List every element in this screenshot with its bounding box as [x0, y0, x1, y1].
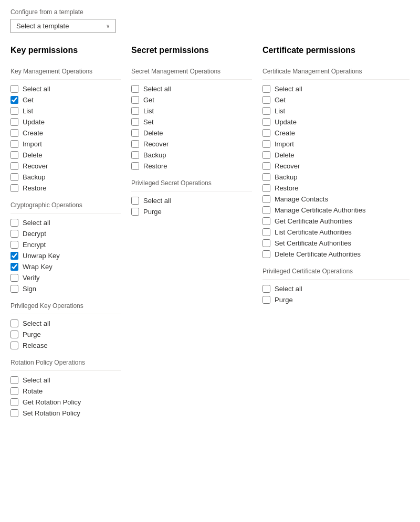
- key-mgmt-update-label: Update: [23, 118, 45, 126]
- secret-mgmt-recover-label: Recover: [143, 140, 169, 148]
- rotation-rotate-checkbox[interactable]: [10, 387, 18, 395]
- priv-secret-selectall-checkbox[interactable]: [131, 197, 139, 205]
- key-mgmt-recover-checkbox[interactable]: [10, 162, 18, 170]
- cert-mgmt-selectall-checkbox[interactable]: [262, 85, 270, 93]
- cert-mgmt-restore-checkbox[interactable]: [262, 184, 270, 192]
- cert-mgmt-list-item: List: [262, 107, 410, 115]
- priv-key-purge-label: Purge: [23, 331, 41, 338]
- crypto-unwrapkey-label: Unwrap Key: [23, 252, 60, 260]
- secret-mgmt-get-checkbox[interactable]: [131, 96, 139, 104]
- crypto-encrypt-label: Encrypt: [23, 241, 46, 249]
- secret-mgmt-recover-checkbox[interactable]: [131, 140, 139, 148]
- cert-mgmt-managecertauth-label: Manage Certificate Authorities: [275, 206, 365, 214]
- crypto-unwrapkey-checkbox[interactable]: [10, 252, 18, 260]
- cert-mgmt-selectall-item: Select all: [262, 85, 410, 93]
- key-mgmt-import-checkbox[interactable]: [10, 140, 18, 148]
- secret-mgmt-title: Secret Management Operations: [131, 68, 252, 75]
- key-mgmt-get-checkbox[interactable]: [10, 96, 18, 104]
- cert-mgmt-delete-checkbox[interactable]: [262, 151, 270, 159]
- secret-mgmt-delete-label: Delete: [143, 129, 163, 137]
- crypto-selectall-checkbox[interactable]: [10, 219, 18, 227]
- crypto-decrypt-checkbox[interactable]: [10, 230, 18, 238]
- cert-mgmt-import-checkbox[interactable]: [262, 140, 270, 148]
- secret-mgmt-list-item: List: [131, 107, 252, 115]
- cert-mgmt-managecertauth-item: Manage Certificate Authorities: [262, 206, 410, 214]
- key-mgmt-recover-item: Recover: [10, 162, 121, 170]
- key-mgmt-get-item: Get: [10, 96, 121, 104]
- cert-mgmt-deletecertauth-item: Delete Certificate Authorities: [262, 250, 410, 258]
- cert-mgmt-delete-label: Delete: [275, 151, 295, 159]
- key-mgmt-restore-checkbox[interactable]: [10, 184, 18, 192]
- priv-cert-purge-item: Purge: [262, 296, 410, 304]
- chevron-down-icon: ∨: [106, 23, 110, 29]
- priv-cert-purge-checkbox[interactable]: [262, 296, 270, 304]
- cert-mgmt-get-checkbox[interactable]: [262, 96, 270, 104]
- key-mgmt-create-checkbox[interactable]: [10, 129, 18, 137]
- rotation-setpolicy-checkbox[interactable]: [10, 409, 18, 417]
- key-mgmt-delete-checkbox[interactable]: [10, 151, 18, 159]
- key-permissions-column: Key permissions Key Management Operation…: [10, 46, 121, 427]
- key-mgmt-section: Key Management Operations Select all Get…: [10, 68, 121, 192]
- crypto-wrapkey-item: Wrap Key: [10, 263, 121, 271]
- cert-mgmt-managecontacts-label: Manage Contacts: [275, 195, 328, 203]
- secret-mgmt-get-label: Get: [143, 96, 154, 104]
- crypto-verify-item: Verify: [10, 274, 121, 282]
- key-mgmt-backup-checkbox[interactable]: [10, 173, 18, 181]
- secret-mgmt-delete-checkbox[interactable]: [131, 129, 139, 137]
- priv-secret-purge-checkbox[interactable]: [131, 208, 139, 216]
- key-mgmt-create-label: Create: [23, 129, 43, 137]
- rotation-getpolicy-label: Get Rotation Policy: [23, 398, 81, 406]
- rotation-selectall-checkbox[interactable]: [10, 376, 18, 384]
- secret-mgmt-restore-checkbox[interactable]: [131, 162, 139, 170]
- key-mgmt-update-checkbox[interactable]: [10, 118, 18, 126]
- cert-mgmt-managecontacts-checkbox[interactable]: [262, 195, 270, 203]
- priv-key-purge-item: Purge: [10, 331, 121, 338]
- priv-key-ops-title: Privileged Key Operations: [10, 302, 121, 310]
- priv-key-release-checkbox[interactable]: [10, 342, 18, 349]
- cert-mgmt-update-item: Update: [262, 118, 410, 126]
- key-mgmt-title: Key Management Operations: [10, 68, 121, 75]
- secret-mgmt-backup-label: Backup: [143, 151, 166, 159]
- crypto-verify-checkbox[interactable]: [10, 274, 18, 282]
- cert-mgmt-managecertauth-checkbox[interactable]: [262, 206, 270, 214]
- secret-mgmt-section: Secret Management Operations Select all …: [131, 68, 252, 170]
- cert-mgmt-create-checkbox[interactable]: [262, 129, 270, 137]
- priv-cert-purge-label: Purge: [275, 296, 293, 304]
- priv-cert-selectall-checkbox[interactable]: [262, 285, 270, 293]
- secret-mgmt-backup-checkbox[interactable]: [131, 151, 139, 159]
- secret-mgmt-list-checkbox[interactable]: [131, 107, 139, 115]
- secret-mgmt-selectall-item: Select all: [131, 85, 252, 93]
- key-mgmt-list-checkbox[interactable]: [10, 107, 18, 115]
- cert-mgmt-setcertauth-label: Set Certificate Authorities: [275, 239, 351, 247]
- secret-mgmt-set-checkbox[interactable]: [131, 118, 139, 126]
- crypto-unwrapkey-item: Unwrap Key: [10, 252, 121, 260]
- cert-mgmt-listcertauth-checkbox[interactable]: [262, 228, 270, 236]
- crypto-ops-title: Cryptographic Operations: [10, 201, 121, 209]
- cert-mgmt-deletecertauth-checkbox[interactable]: [262, 250, 270, 258]
- crypto-sign-checkbox[interactable]: [10, 285, 18, 293]
- secret-permissions-header: Secret permissions: [131, 46, 252, 57]
- priv-secret-purge-item: Purge: [131, 208, 252, 216]
- secret-mgmt-restore-item: Restore: [131, 162, 252, 170]
- cert-mgmt-backup-checkbox[interactable]: [262, 173, 270, 181]
- cert-mgmt-managecontacts-item: Manage Contacts: [262, 195, 410, 203]
- cert-mgmt-list-checkbox[interactable]: [262, 107, 270, 115]
- cert-mgmt-recover-checkbox[interactable]: [262, 162, 270, 170]
- priv-secret-purge-label: Purge: [143, 208, 162, 216]
- secret-mgmt-selectall-checkbox[interactable]: [131, 85, 139, 93]
- cert-mgmt-setcertauth-checkbox[interactable]: [262, 239, 270, 247]
- priv-key-purge-checkbox[interactable]: [10, 331, 18, 338]
- rotation-getpolicy-item: Get Rotation Policy: [10, 398, 121, 406]
- cert-mgmt-update-checkbox[interactable]: [262, 118, 270, 126]
- crypto-sign-item: Sign: [10, 285, 121, 293]
- key-mgmt-delete-label: Delete: [23, 151, 43, 159]
- key-mgmt-selectall-checkbox[interactable]: [10, 85, 18, 93]
- key-permissions-header: Key permissions: [10, 46, 121, 57]
- crypto-wrapkey-checkbox[interactable]: [10, 263, 18, 271]
- template-select[interactable]: Select a template ∨: [10, 19, 116, 33]
- certificate-permissions-header: Certificate permissions: [262, 46, 410, 57]
- crypto-encrypt-checkbox[interactable]: [10, 241, 18, 249]
- rotation-getpolicy-checkbox[interactable]: [10, 398, 18, 406]
- priv-key-selectall-checkbox[interactable]: [10, 319, 18, 327]
- cert-mgmt-getcertauth-checkbox[interactable]: [262, 217, 270, 225]
